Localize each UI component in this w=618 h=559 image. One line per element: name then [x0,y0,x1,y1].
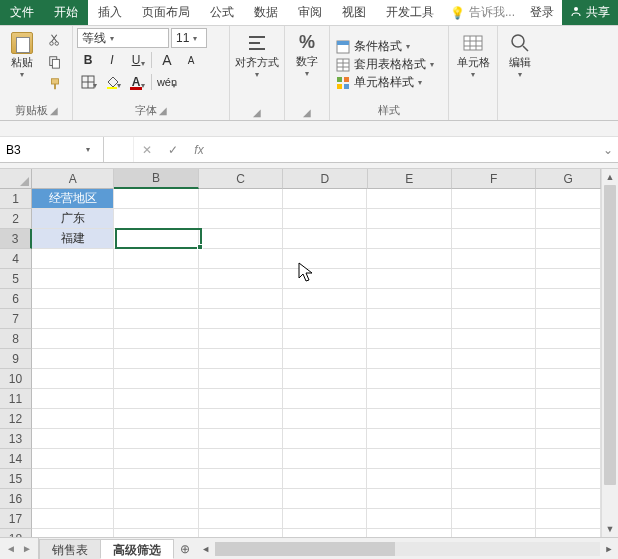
cell-G2[interactable] [536,209,601,229]
horizontal-scrollbar[interactable]: ◄ ► [197,538,618,559]
row-header-6[interactable]: 6 [0,289,32,309]
conditional-format-button[interactable]: 条件格式 ▾ [334,38,444,56]
cell-G13[interactable] [536,429,601,449]
cell-G9[interactable] [536,349,601,369]
cell-B6[interactable] [114,289,198,309]
cell-G5[interactable] [536,269,601,289]
font-name-combo[interactable]: 等线▾ [77,28,169,48]
cell-F1[interactable] [452,189,536,209]
cell-F17[interactable] [452,509,536,529]
cell-F11[interactable] [452,389,536,409]
cell-B2[interactable] [114,209,198,229]
cell-B17[interactable] [114,509,198,529]
cell-G12[interactable] [536,409,601,429]
font-color-button[interactable]: A▾ [125,72,147,92]
cell-G8[interactable] [536,329,601,349]
cell-B13[interactable] [114,429,198,449]
scroll-left-icon[interactable]: ◄ [199,542,213,556]
cell-G11[interactable] [536,389,601,409]
cell-B3[interactable] [114,229,198,249]
cell-F9[interactable] [452,349,536,369]
sheet-prev-icon[interactable]: ◄ [6,543,16,554]
cell-B18[interactable] [114,529,198,537]
row-header-16[interactable]: 16 [0,489,32,509]
cell-E5[interactable] [367,269,451,289]
row-header-17[interactable]: 17 [0,509,32,529]
cell-E7[interactable] [367,309,451,329]
fx-button[interactable]: fx [186,137,212,162]
cut-button[interactable] [44,30,66,50]
col-header-A[interactable]: A [32,169,114,189]
cell-D12[interactable] [283,409,367,429]
cell-B8[interactable] [114,329,198,349]
cell-D14[interactable] [283,449,367,469]
col-header-G[interactable]: G [536,169,601,189]
cell-G3[interactable] [536,229,601,249]
fill-color-button[interactable]: ▾ [101,72,123,92]
cell-C14[interactable] [199,449,283,469]
cell-A11[interactable] [32,389,114,409]
paste-button[interactable]: 粘贴 ▾ [4,28,40,84]
tab-data[interactable]: 数据 [244,0,288,25]
cell-G4[interactable] [536,249,601,269]
cell-A3[interactable]: 福建 [32,229,114,249]
row-header-3[interactable]: 3 [0,229,32,249]
cell-A18[interactable] [32,529,114,537]
row-header-11[interactable]: 11 [0,389,32,409]
cell-A9[interactable] [32,349,114,369]
cell-A8[interactable] [32,329,114,349]
vertical-scrollbar[interactable]: ▲ ▼ [601,169,618,537]
cell-E12[interactable] [367,409,451,429]
cell-F15[interactable] [452,469,536,489]
cell-C3[interactable] [199,229,283,249]
cell-D16[interactable] [283,489,367,509]
font-size-combo[interactable]: 11▾ [171,28,207,48]
scroll-up-icon[interactable]: ▲ [602,169,618,185]
cell-A13[interactable] [32,429,114,449]
select-all-corner[interactable] [0,169,32,189]
row-header-14[interactable]: 14 [0,449,32,469]
cell-F12[interactable] [452,409,536,429]
cell-C10[interactable] [199,369,283,389]
cell-D9[interactable] [283,349,367,369]
cell-G16[interactable] [536,489,601,509]
number-format-button[interactable]: % 数字 ▾ [289,28,325,84]
cell-E10[interactable] [367,369,451,389]
cell-B1[interactable] [114,189,198,209]
cell-A4[interactable] [32,249,114,269]
editing-button[interactable]: 编辑 ▾ [502,28,538,84]
cell-C13[interactable] [199,429,283,449]
cell-E14[interactable] [367,449,451,469]
cell-G15[interactable] [536,469,601,489]
cell-D5[interactable] [283,269,367,289]
row-header-12[interactable]: 12 [0,409,32,429]
shrink-font-button[interactable]: A [180,50,202,70]
name-box-input[interactable] [0,143,80,157]
tab-review[interactable]: 审阅 [288,0,332,25]
cell-F16[interactable] [452,489,536,509]
cell-C16[interactable] [199,489,283,509]
cell-C15[interactable] [199,469,283,489]
cell-E3[interactable] [367,229,451,249]
chevron-down-icon[interactable]: ▾ [80,145,96,154]
chevron-down-icon[interactable]: ▾ [20,70,24,79]
cell-F7[interactable] [452,309,536,329]
cell-B11[interactable] [114,389,198,409]
scroll-right-icon[interactable]: ► [602,542,616,556]
cells-area[interactable]: 经营地区广东福建 [32,189,601,537]
cell-F2[interactable] [452,209,536,229]
cell-F13[interactable] [452,429,536,449]
cell-B14[interactable] [114,449,198,469]
tab-file[interactable]: 文件 [0,0,44,25]
cell-D4[interactable] [283,249,367,269]
row-header-1[interactable]: 1 [0,189,32,209]
cell-D8[interactable] [283,329,367,349]
cell-F8[interactable] [452,329,536,349]
cell-A14[interactable] [32,449,114,469]
cell-C17[interactable] [199,509,283,529]
cell-E15[interactable] [367,469,451,489]
cell-E1[interactable] [367,189,451,209]
scroll-down-icon[interactable]: ▼ [602,521,618,537]
cell-C18[interactable] [199,529,283,537]
sheet-next-icon[interactable]: ► [22,543,32,554]
